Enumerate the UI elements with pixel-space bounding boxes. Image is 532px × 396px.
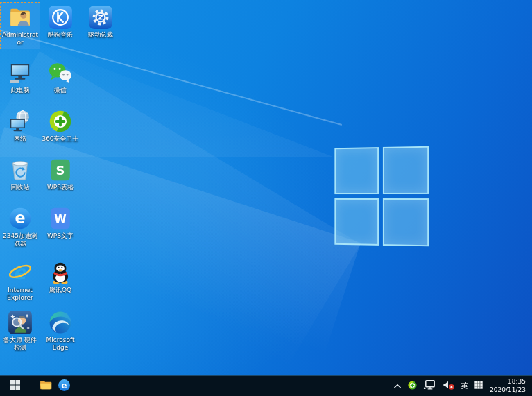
desktop-icon-label: Administrator (1, 31, 40, 47)
desktop-icon-label: 此电脑 (11, 87, 30, 94)
wps-spreadsheet-icon: S (47, 157, 74, 183)
desktop-icon-user-folder[interactable]: Administrator (0, 2, 40, 49)
desktop-icon-wps-spreadsheet[interactable]: SWPS表格 (40, 155, 80, 193)
system-tray: 英 18:35 2020/11/23 (391, 376, 532, 396)
desktop-icon-360-safe[interactable]: 360安全卫士 (40, 106, 80, 145)
internet-explorer-icon: e (7, 259, 33, 286)
wechat-icon (47, 60, 74, 86)
taskbar-2345-browser-button[interactable]: e (55, 376, 74, 396)
desktop-icon-wps-writer[interactable]: WWPS文字 (40, 203, 80, 242)
desktop-icon-tencent-qq[interactable]: 腾讯QQ (40, 257, 80, 296)
network-icon (7, 108, 33, 135)
svg-text:e: e (12, 261, 27, 284)
tray-hidden-icons-chevron[interactable] (391, 376, 404, 396)
desktop-icon-label: WPS文字 (47, 232, 74, 240)
desktop-icon-ludashi-hardware[interactable]: 鲁大师 硬件检测 (0, 307, 40, 354)
desktop-icon-label: 网络 (14, 135, 26, 143)
desktop-icon-label: 鲁大师 硬件检测 (1, 336, 40, 352)
svg-text:W: W (54, 212, 66, 225)
desktop-icon-driver-zongcai[interactable]: 驱动总裁 (80, 2, 121, 41)
user-folder-icon (7, 4, 33, 31)
tray-language-indicator[interactable]: 英 (458, 376, 471, 396)
clock-date: 2020/11/23 (490, 386, 526, 395)
desktop-icon-kugou-music[interactable]: 酷狗音乐 (40, 2, 80, 41)
this-pc-icon (7, 60, 33, 86)
tray-network-button[interactable] (420, 376, 439, 396)
desktop-icon-label: WPS表格 (47, 184, 74, 191)
file-explorer-icon (38, 378, 53, 394)
desktop-icon-this-pc[interactable]: 此电脑 (0, 58, 40, 96)
tencent-qq-icon (47, 259, 74, 286)
svg-text:e: e (15, 209, 25, 227)
taskbar-file-explorer-button[interactable] (36, 376, 55, 396)
desktop-icon-label: 回收站 (11, 184, 30, 191)
kugou-music-icon (47, 4, 74, 31)
windows-start-icon (10, 379, 21, 393)
desktop-icon-wechat[interactable]: 微信 (40, 58, 80, 96)
volume-muted-icon (442, 379, 455, 393)
wps-writer-icon: W (47, 205, 74, 232)
desktop-icon-network[interactable]: 网络 (0, 106, 40, 145)
desktop-icon-label: 2345加速浏览器 (1, 232, 40, 248)
desktop-icon-microsoft-edge[interactable]: Microsoft Edge (40, 307, 80, 354)
2345-browser-icon: e (57, 378, 71, 395)
tray-volume-button[interactable] (439, 376, 458, 396)
chevron-up-icon (393, 381, 402, 391)
desktop-icon-label: 驱动总裁 (88, 31, 113, 39)
desktop-icon-grid: Administrator酷狗音乐驱动总裁此电脑微信网络360安全卫士回收站SW… (0, 0, 532, 375)
360-safe-icon (407, 380, 418, 393)
svg-text:e: e (61, 380, 67, 390)
desktop-icon-internet-explorer[interactable]: eInternet Explorer (0, 257, 40, 304)
desktop-icon-label: 酷狗音乐 (48, 31, 73, 39)
desktop-icon-label: Microsoft Edge (41, 336, 80, 352)
tray-360-safe-button[interactable] (404, 376, 420, 396)
desktop-icon-label: 微信 (54, 87, 67, 94)
desktop-icon-recycle-bin[interactable]: 回收站 (0, 155, 40, 193)
taskbar: e (0, 375, 532, 396)
start-button[interactable] (0, 376, 31, 396)
desktop-icon-label: Internet Explorer (1, 286, 40, 302)
desktop-icon-2345-browser[interactable]: e2345加速浏览器 (0, 203, 40, 250)
clock-time: 18:35 (508, 378, 526, 386)
windows-desktop: Administrator酷狗音乐驱动总裁此电脑微信网络360安全卫士回收站SW… (0, 0, 532, 396)
driver-zongcai-icon (87, 4, 114, 31)
ime-grid-icon (474, 380, 483, 392)
360-safe-icon (47, 108, 74, 135)
taskbar-left: e (0, 376, 74, 396)
desktop-icon-label: 360安全卫士 (42, 135, 78, 143)
2345-browser-icon: e (7, 205, 33, 232)
recycle-bin-icon (7, 157, 33, 183)
svg-text:S: S (56, 163, 65, 178)
tray-clock[interactable]: 18:35 2020/11/23 (486, 378, 531, 394)
desktop-icon-label: 腾讯QQ (49, 286, 71, 294)
tray-ime-keyboard-button[interactable] (471, 376, 486, 396)
ludashi-hardware-icon (7, 309, 33, 336)
microsoft-edge-icon (47, 309, 74, 336)
network-ethernet-icon (423, 379, 436, 393)
